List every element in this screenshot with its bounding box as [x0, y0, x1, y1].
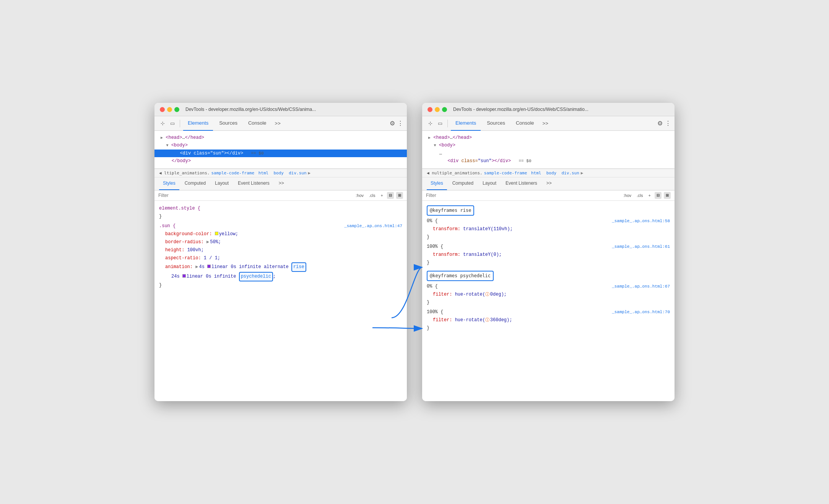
css-rise-0-source[interactable]: _sample_.ap…ons.html:58 — [604, 218, 670, 225]
device-icon[interactable]: ▭ — [168, 119, 177, 128]
filter-hov-btn-2[interactable]: :hov — [622, 192, 633, 198]
css-value-animation-2-mid: linear 0s infinite — [187, 273, 239, 281]
filter-icon-toggle-2[interactable]: ⊞ — [664, 192, 671, 199]
sub-tab-more-2[interactable]: >> — [543, 177, 556, 190]
settings-icon-2[interactable]: ⚙ — [657, 120, 663, 127]
css-selector-element: element.style { — [159, 205, 200, 213]
css-content-2: @keyframes rise 0% { _sample_.ap…ons.htm… — [422, 201, 675, 401]
animation-swatch-2[interactable] — [182, 274, 186, 278]
settings-icon-1[interactable]: ⚙ — [390, 120, 395, 127]
sub-tab-layout-2[interactable]: Layout — [479, 177, 500, 190]
css-rise-0-pct: 0% { — [427, 217, 438, 225]
filter-input-2[interactable] — [426, 193, 619, 198]
css-rise-0-close: } — [422, 233, 675, 241]
css-rule-psychedelic-100: 100% { _sample_.ap…ons.html:70 filter: h… — [422, 307, 675, 333]
tree-line-body-open-1[interactable]: ▼ <body> — [154, 141, 407, 149]
animation-arrow[interactable]: ▶ — [195, 263, 198, 271]
css-rise-0-prop: transform: translateY(110vh); — [422, 225, 675, 233]
tree-line-head-1[interactable]: ▶ <head>…</head> — [154, 134, 407, 141]
color-swatch-yellow[interactable] — [215, 232, 218, 235]
css-prop-bg-color: background-color: — [165, 230, 212, 238]
tree-line-div-1[interactable]: <div class="sun"></div> == $0 — [154, 150, 407, 157]
tab-console-1[interactable]: Console — [244, 116, 271, 131]
filter-hov-btn-1[interactable]: :hov — [354, 192, 365, 198]
css-rise-100-source[interactable]: _sample_.ap…ons.html:61 — [604, 243, 670, 250]
breadcrumb-1: ◀ ltiple_animations. sample-code-frame h… — [154, 169, 407, 177]
breadcrumb-frame-link-2[interactable]: sample-code-frame — [484, 171, 527, 176]
filter-plus-btn-1[interactable]: + — [379, 192, 385, 198]
sub-tab-event-listeners-1[interactable]: Event Listeners — [234, 177, 273, 190]
filter-icon-toggle-1[interactable]: ⊞ — [396, 192, 403, 199]
sub-tab-event-listeners-2[interactable]: Event Listeners — [502, 177, 541, 190]
filter-plus-btn-2[interactable]: + — [647, 192, 652, 198]
inspect-icon[interactable]: ⊹ — [158, 119, 167, 128]
tree-line-div-2[interactable]: <div class="sun"></div> == $0 — [422, 157, 675, 165]
css-brace-close-sun: } — [154, 281, 407, 289]
css-rise-100-close: } — [422, 259, 675, 267]
css-rule-element-style: element.style { } — [154, 204, 407, 221]
keyframes-rise-box: @keyframes rise — [427, 205, 474, 216]
filter-icon-copy-2[interactable]: ⊟ — [655, 192, 662, 199]
animation-keyword-psychedelic[interactable]: psychedelic — [239, 272, 273, 281]
tab-elements-1[interactable]: Elements — [183, 116, 213, 131]
css-prop-animation-2: 24s linear 0s infinite psychedelic ; — [154, 272, 407, 281]
tree-line-head-2[interactable]: ▶ <head>…</head> — [422, 134, 675, 141]
css-rise-100-pct: 100% { — [427, 243, 443, 251]
tab-console-2[interactable]: Console — [511, 116, 539, 131]
html-tree-2: ▶ <head>…</head> ▼ <body> … <div class="… — [422, 131, 675, 169]
filter-icon-copy-1[interactable]: ⊟ — [387, 192, 394, 199]
sub-tabs-2: Styles Computed Layout Event Listeners >… — [422, 177, 675, 190]
css-rise-0-selector: 0% { _sample_.ap…ons.html:58 — [422, 217, 675, 225]
toolbar-more-2[interactable]: >> — [540, 120, 551, 126]
tree-line-body-close-1[interactable]: </body> — [154, 157, 407, 165]
more-options-icon-2[interactable]: ⋮ — [665, 120, 671, 127]
css-psychedelic-100-filter-label: filter: — [433, 316, 452, 324]
css-value-aspect-ratio: 1 / 1; — [204, 254, 220, 262]
close-button-2[interactable] — [428, 107, 432, 112]
css-psychedelic-100-source[interactable]: _sample_.ap…ons.html:70 — [604, 309, 670, 316]
sub-tab-styles-2[interactable]: Styles — [427, 177, 447, 190]
tab-elements-2[interactable]: Elements — [451, 116, 481, 131]
toolbar-2: ⊹ ▭ Elements Sources Console >> ⚙ ⋮ — [422, 116, 675, 131]
device-icon-2[interactable]: ▭ — [436, 119, 444, 128]
animation-keyword-rise[interactable]: rise — [291, 262, 306, 272]
close-button-1[interactable] — [160, 107, 165, 112]
sub-tab-layout-1[interactable]: Layout — [211, 177, 232, 190]
breadcrumb-frame-link-1[interactable]: sample-code-frame — [211, 171, 254, 176]
animation-swatch-1[interactable] — [207, 265, 211, 268]
css-value-border-radius: 50%; — [210, 238, 221, 246]
minimize-button-2[interactable] — [435, 107, 440, 112]
sub-tab-computed-1[interactable]: Computed — [181, 177, 210, 190]
css-psychedelic-0-source[interactable]: _sample_.ap…ons.html:67 — [604, 283, 670, 290]
css-prop-border-radius-label: border-radius: — [165, 238, 204, 246]
css-brace-close-element: } — [154, 213, 407, 221]
minimize-button-1[interactable] — [167, 107, 172, 112]
keyframes-rise-header: @keyframes rise — [422, 204, 675, 216]
css-source-sun[interactable]: _sample_.ap…ons.html:47 — [336, 223, 402, 230]
maximize-button-1[interactable] — [174, 107, 179, 112]
maximize-button-2[interactable] — [442, 107, 447, 112]
toolbar-more-1[interactable]: >> — [273, 120, 283, 126]
inspect-icon-2[interactable]: ⊹ — [426, 119, 434, 128]
devtools-window-1: DevTools - developer.mozilla.org/en-US/d… — [154, 103, 407, 401]
css-prop-height-label: height: — [165, 246, 184, 254]
css-value-height: 100vh; — [187, 246, 204, 254]
css-rule-sun: .sun { _sample_.ap…ons.html:47 backgroun… — [154, 221, 407, 290]
tab-sources-1[interactable]: Sources — [215, 116, 242, 131]
filter-cls-btn-2[interactable]: .cls — [635, 192, 645, 198]
filter-bar-1: :hov .cls + ⊟ ⊞ — [154, 190, 407, 201]
border-radius-arrow[interactable]: ▶ — [206, 238, 209, 246]
css-psychedelic-100-selector: 100% { _sample_.ap…ons.html:70 — [422, 308, 675, 316]
filter-cls-btn-1[interactable]: .cls — [367, 192, 377, 198]
tree-line-ellipsis-2: … — [422, 150, 675, 157]
css-value-animation-2-end: ; — [273, 273, 276, 281]
tab-sources-2[interactable]: Sources — [482, 116, 510, 131]
sub-tab-more-1[interactable]: >> — [275, 177, 288, 190]
more-options-icon-1[interactable]: ⋮ — [397, 120, 403, 127]
tree-line-body-open-2[interactable]: ▼ <body> — [422, 141, 675, 149]
sub-tab-computed-2[interactable]: Computed — [449, 177, 477, 190]
windows-container: DevTools - developer.mozilla.org/en-US/d… — [154, 103, 675, 401]
sub-tab-styles-1[interactable]: Styles — [159, 177, 179, 190]
filter-input-1[interactable] — [158, 193, 352, 198]
breadcrumb-items-1: html body div.sun — [256, 171, 306, 176]
